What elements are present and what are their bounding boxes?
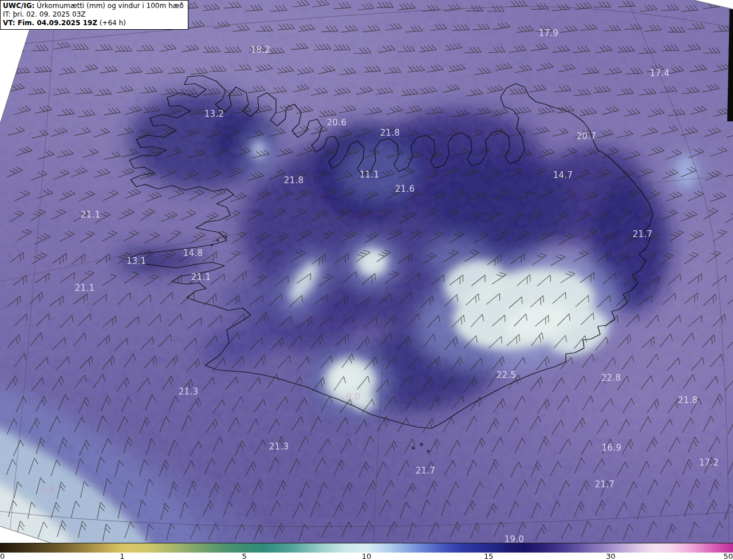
product-title: Úrkomumætti (mm) og vindur i 100m hæð xyxy=(34,2,183,10)
product-title-line: UWC/IG: Úrkomumætti (mm) og vindur i 100… xyxy=(3,2,184,10)
colorbar-tick-label: 30 xyxy=(606,552,616,560)
weather-map: 17.918.217.413.220.621.820.714.711.121.8… xyxy=(0,0,733,560)
valid-time: VT: Fim. 04.09.2025 19Z xyxy=(3,19,97,27)
valid-offset: (+64 h) xyxy=(97,19,126,27)
product-code: UWC/IG: xyxy=(3,2,34,10)
colorbar-tick-label: 5 xyxy=(242,552,246,560)
map-graphics xyxy=(0,0,733,560)
colorbar-tick-label: 15 xyxy=(484,552,494,560)
colorbar-tick-label: 10 xyxy=(362,552,372,560)
colorbar-tick-label: 1 xyxy=(120,552,124,560)
valid-time-line: VT: Fim. 04.09.2025 19Z (+64 h) xyxy=(3,19,184,27)
colorbar: 01510153050 xyxy=(0,543,733,560)
title-box: UWC/IG: Úrkomumætti (mm) og vindur i 100… xyxy=(0,0,188,30)
colorbar-tick-label: 0 xyxy=(0,552,5,560)
noise-texture-fine xyxy=(0,0,733,543)
init-time: IT: þri. 02. 09. 2025 03Z xyxy=(3,10,184,19)
colorbar-tick-labels: 01510153050 xyxy=(0,553,733,560)
colorbar-tick-label: 50 xyxy=(723,552,733,560)
